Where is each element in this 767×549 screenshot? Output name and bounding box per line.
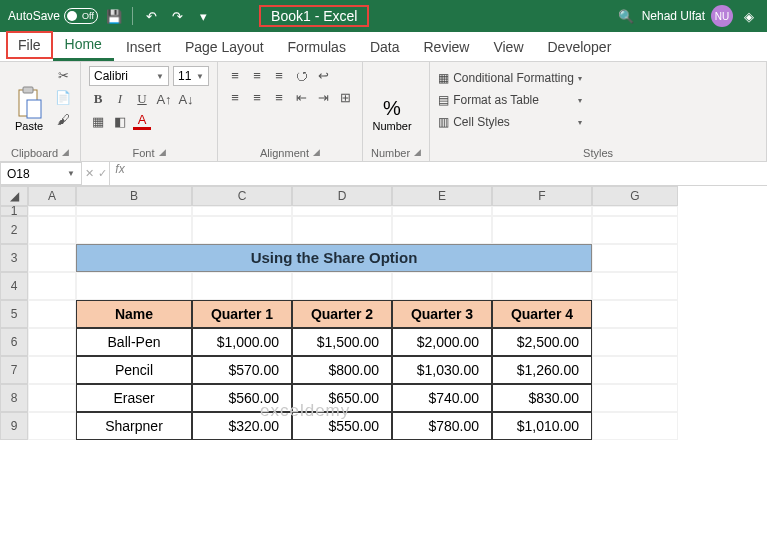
- font-name-select[interactable]: Calibri▼: [89, 66, 169, 86]
- align-bottom-icon[interactable]: ≡: [270, 66, 288, 84]
- align-right-icon[interactable]: ≡: [270, 88, 288, 106]
- alignment-launcher-icon[interactable]: ◢: [313, 147, 320, 159]
- enter-icon[interactable]: ✓: [98, 167, 107, 180]
- fx-label[interactable]: fx: [110, 162, 130, 185]
- increase-indent-icon[interactable]: ⇥: [314, 88, 332, 106]
- col-header[interactable]: G: [592, 186, 678, 206]
- table-cell[interactable]: $1,030.00: [392, 356, 492, 384]
- col-header[interactable]: B: [76, 186, 192, 206]
- paste-button[interactable]: Paste: [8, 66, 50, 132]
- table-cell[interactable]: $1,260.00: [492, 356, 592, 384]
- table-cell[interactable]: $560.00: [192, 384, 292, 412]
- table-cell[interactable]: Ball-Pen: [76, 328, 192, 356]
- tab-review[interactable]: Review: [412, 33, 482, 61]
- col-header[interactable]: E: [392, 186, 492, 206]
- table-cell[interactable]: $2,000.00: [392, 328, 492, 356]
- font-size-select[interactable]: 11▼: [173, 66, 209, 86]
- table-cell[interactable]: $1,010.00: [492, 412, 592, 440]
- table-cell[interactable]: $1,500.00: [292, 328, 392, 356]
- table-cell[interactable]: $320.00: [192, 412, 292, 440]
- tab-insert[interactable]: Insert: [114, 33, 173, 61]
- orientation-icon[interactable]: ⭯: [292, 66, 310, 84]
- italic-button[interactable]: I: [111, 90, 129, 108]
- row-header[interactable]: 9: [0, 412, 28, 440]
- table-cell[interactable]: $650.00: [292, 384, 392, 412]
- borders-icon[interactable]: ▦: [89, 112, 107, 130]
- autosave-control[interactable]: AutoSave Off: [8, 8, 98, 24]
- autosave-toggle[interactable]: Off: [64, 8, 98, 24]
- row-header[interactable]: 1: [0, 206, 28, 216]
- touch-mode-icon[interactable]: ▾: [193, 6, 213, 26]
- table-header[interactable]: Quarter 4: [492, 300, 592, 328]
- tab-formulas[interactable]: Formulas: [276, 33, 358, 61]
- align-center-icon[interactable]: ≡: [248, 88, 266, 106]
- row-header[interactable]: 8: [0, 384, 28, 412]
- font-color-icon[interactable]: A: [133, 112, 151, 130]
- table-cell[interactable]: $830.00: [492, 384, 592, 412]
- decrease-font-icon[interactable]: A↓: [177, 90, 195, 108]
- account-button[interactable]: Nehad Ulfat NU: [642, 5, 733, 27]
- col-header[interactable]: C: [192, 186, 292, 206]
- align-left-icon[interactable]: ≡: [226, 88, 244, 106]
- align-top-icon[interactable]: ≡: [226, 66, 244, 84]
- row-header[interactable]: 4: [0, 272, 28, 300]
- row-header[interactable]: 2: [0, 216, 28, 244]
- copy-icon[interactable]: 📄: [54, 88, 72, 106]
- search-icon[interactable]: 🔍: [616, 6, 636, 26]
- diamond-icon[interactable]: ◈: [739, 6, 759, 26]
- tab-view[interactable]: View: [481, 33, 535, 61]
- table-cell[interactable]: $740.00: [392, 384, 492, 412]
- name-box[interactable]: O18▼: [0, 162, 82, 185]
- format-as-table-button[interactable]: ▤Format as Table▾: [438, 90, 582, 110]
- cut-icon[interactable]: ✂: [54, 66, 72, 84]
- row-header[interactable]: 5: [0, 300, 28, 328]
- font-launcher-icon[interactable]: ◢: [159, 147, 166, 159]
- table-cell[interactable]: Eraser: [76, 384, 192, 412]
- sheet-title[interactable]: Using the Share Option: [76, 244, 592, 272]
- table-cell[interactable]: $800.00: [292, 356, 392, 384]
- tab-developer[interactable]: Developer: [536, 33, 624, 61]
- underline-button[interactable]: U: [133, 90, 151, 108]
- table-cell[interactable]: $570.00: [192, 356, 292, 384]
- save-icon[interactable]: 💾: [104, 6, 124, 26]
- select-all-corner[interactable]: ◢: [0, 186, 28, 206]
- table-cell[interactable]: Pencil: [76, 356, 192, 384]
- table-cell[interactable]: Sharpner: [76, 412, 192, 440]
- table-cell[interactable]: $550.00: [292, 412, 392, 440]
- undo-icon[interactable]: ↶: [141, 6, 161, 26]
- merge-icon[interactable]: ⊞: [336, 88, 354, 106]
- wrap-text-icon[interactable]: ↩: [314, 66, 332, 84]
- number-launcher-icon[interactable]: ◢: [414, 147, 421, 159]
- tab-data[interactable]: Data: [358, 33, 412, 61]
- table-cell[interactable]: $780.00: [392, 412, 492, 440]
- conditional-formatting-button[interactable]: ▦Conditional Formatting▾: [438, 68, 582, 88]
- table-cell[interactable]: $2,500.00: [492, 328, 592, 356]
- redo-icon[interactable]: ↷: [167, 6, 187, 26]
- row-header[interactable]: 7: [0, 356, 28, 384]
- decrease-indent-icon[interactable]: ⇤: [292, 88, 310, 106]
- table-cell[interactable]: $1,000.00: [192, 328, 292, 356]
- cell-styles-button[interactable]: ▥Cell Styles▾: [438, 112, 582, 132]
- col-header[interactable]: D: [292, 186, 392, 206]
- fill-color-icon[interactable]: ◧: [111, 112, 129, 130]
- bold-button[interactable]: B: [89, 90, 107, 108]
- col-header[interactable]: A: [28, 186, 76, 206]
- number-format-button[interactable]: % Number: [371, 66, 413, 132]
- clipboard-launcher-icon[interactable]: ◢: [62, 147, 69, 159]
- format-painter-icon[interactable]: 🖌: [54, 110, 72, 128]
- increase-font-icon[interactable]: A↑: [155, 90, 173, 108]
- tab-file[interactable]: File: [6, 31, 53, 59]
- table-header[interactable]: Quarter 3: [392, 300, 492, 328]
- tab-page-layout[interactable]: Page Layout: [173, 33, 276, 61]
- align-middle-icon[interactable]: ≡: [248, 66, 266, 84]
- formula-input[interactable]: [130, 162, 767, 185]
- table-header[interactable]: Quarter 1: [192, 300, 292, 328]
- table-header[interactable]: Quarter 2: [292, 300, 392, 328]
- row-header[interactable]: 6: [0, 328, 28, 356]
- row-header[interactable]: 3: [0, 244, 28, 272]
- table-header[interactable]: Name: [76, 300, 192, 328]
- worksheet[interactable]: ◢ A B C D E F G 1 2 3 Using the Share Op…: [0, 186, 767, 440]
- cancel-icon[interactable]: ✕: [85, 167, 94, 180]
- col-header[interactable]: F: [492, 186, 592, 206]
- tab-home[interactable]: Home: [53, 30, 114, 61]
